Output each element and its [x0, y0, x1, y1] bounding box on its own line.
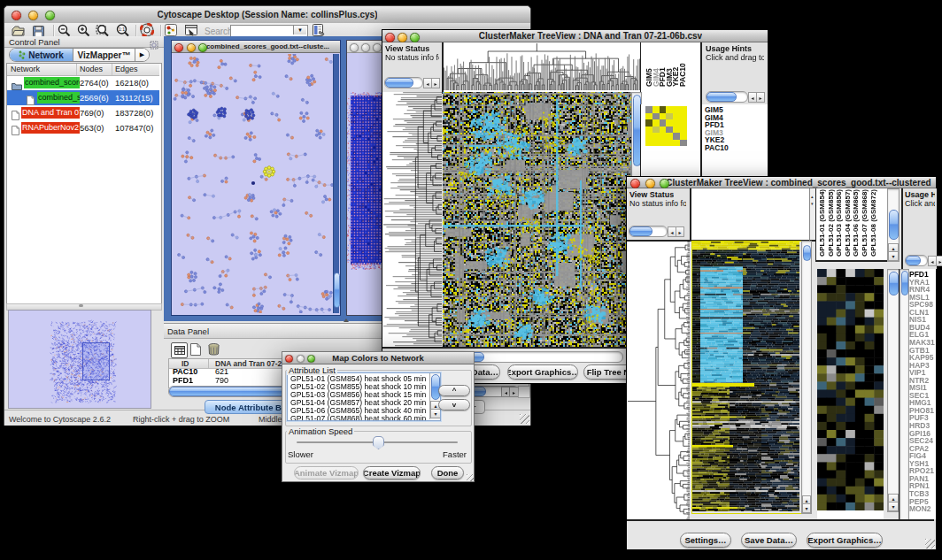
- scrollbar-treeview2-zoom-scroll[interactable]: [887, 269, 900, 512]
- treeview2-hints-slider-thumb[interactable]: [906, 256, 921, 265]
- corr-cell: [645, 140, 652, 147]
- treeview1-zoom-slider-right-arrow-icon[interactable]: ▸: [431, 78, 440, 88]
- attribute-list-item[interactable]: GPL51-04 (GSM857) heat shock 20 min: [290, 399, 426, 407]
- treeview2-zoom-slider-right-arrow-icon[interactable]: ▸: [676, 226, 684, 237]
- new-attribute-icon[interactable]: [188, 342, 203, 357]
- scrollbar-treeview2-vscroll[interactable]: [801, 241, 812, 514]
- treeview1-button-2[interactable]: Export Graphics…: [507, 364, 578, 380]
- move-down-button[interactable]: v: [438, 399, 470, 410]
- network-window-1: combined_scores_good.txt--cluste...: [171, 40, 341, 316]
- treeview2-view-status-panel: View StatusNo status info for this view◂…: [627, 188, 691, 242]
- minimize-button-icon[interactable]: [398, 33, 407, 42]
- main-resize-grip[interactable]: [520, 414, 529, 424]
- corr-cell: [652, 119, 660, 127]
- minimize-button-icon[interactable]: [28, 11, 38, 20]
- zoom-button-icon[interactable]: [45, 11, 55, 20]
- treeview1-hints-slider-right-arrow-icon[interactable]: ▸: [756, 92, 765, 103]
- close-button-icon[interactable]: [174, 43, 183, 52]
- birdseye-view[interactable]: [8, 310, 151, 409]
- column-header-network[interactable]: Network: [11, 65, 40, 73]
- tab-overflow-arrow[interactable]: ▶: [135, 49, 149, 61]
- attribute-editor-icon[interactable]: [313, 24, 325, 36]
- close-button-icon[interactable]: [350, 43, 359, 52]
- treeview2-zoom-slider-thumb[interactable]: [629, 226, 652, 236]
- attribute-list-item[interactable]: GPL51-03 (GSM856) heat shock 15 min: [290, 391, 426, 399]
- treeview2-zoom-heatmap-canvas: [817, 269, 884, 510]
- corr-cell: [673, 140, 680, 147]
- birdseye-viewport[interactable]: [82, 342, 110, 380]
- column-header-nodes[interactable]: Nodes: [80, 65, 103, 73]
- close-button-icon[interactable]: [12, 11, 21, 20]
- corr-cell: [652, 106, 660, 113]
- network-row[interactable]: combined_scores2764(0)16218(0): [7, 75, 159, 90]
- panel-collapse-arrow-icon[interactable]: [344, 318, 349, 322]
- svg-text:1:1: 1:1: [119, 27, 125, 32]
- slower-label: Slower: [288, 449, 313, 459]
- attribute-list[interactable]: GPL51-01 (GSM854) heat shock 05 minGPL51…: [287, 372, 441, 421]
- minimize-button-icon[interactable]: [297, 355, 305, 363]
- close-button-icon[interactable]: [385, 33, 395, 42]
- move-up-button[interactable]: ^: [438, 385, 470, 396]
- help-lifebuoy-icon[interactable]: [140, 23, 154, 37]
- zoom-button-icon[interactable]: [198, 43, 207, 52]
- splitter-handle-icon[interactable]: [79, 304, 83, 307]
- network-row[interactable]: combined_sco2569(6)13112(15): [7, 90, 159, 105]
- treeview2-resize-grip[interactable]: [925, 539, 935, 548]
- tab-vizmapper[interactable]: VizMapper™: [73, 49, 135, 61]
- treeview1-zoom-slider-thumb[interactable]: [385, 78, 413, 88]
- scroll-corner: [518, 386, 530, 398]
- zoom-out-icon[interactable]: [58, 24, 71, 37]
- attribute-select-icon[interactable]: [171, 342, 188, 358]
- treeview2-vscroll-down-arrow-icon[interactable]: ▾: [802, 503, 811, 513]
- attribute-list-item[interactable]: GPL51-07 (GSM868) heat shock 60 min: [290, 415, 426, 421]
- zoom-fit-icon[interactable]: [96, 24, 110, 37]
- search-dropdown-icon[interactable]: ▼: [293, 26, 306, 35]
- treeview2-button-0[interactable]: Settings…: [680, 533, 731, 548]
- tree-scroll-up-icon[interactable]: ▴: [811, 194, 814, 199]
- scrollbar-treeview2-gene-scroll[interactable]: [900, 269, 909, 521]
- zoom-button-icon[interactable]: [660, 179, 669, 188]
- treeview2-button-1[interactable]: Save Data…: [741, 533, 797, 548]
- zoom-actual-icon[interactable]: 1:1: [116, 24, 129, 37]
- column-header-edges[interactable]: Edges: [115, 65, 138, 73]
- open-folder-icon[interactable]: [12, 25, 25, 36]
- treeview2-label-scroll-thumb[interactable]: [889, 210, 899, 240]
- treeview2-vscroll-thumb[interactable]: [803, 245, 811, 261]
- minimize-button-icon[interactable]: [187, 43, 196, 52]
- attribute-list-item[interactable]: GPL51-02 (GSM855) heat shock 10 min: [290, 383, 426, 391]
- array-label: PAC10: [678, 63, 687, 87]
- network-row[interactable]: RNAPuberNov2+!563(0)107847(0): [7, 120, 159, 135]
- vizmap-node-icon[interactable]: [165, 24, 177, 36]
- zoom-button-icon[interactable]: [410, 33, 420, 42]
- treeview2-hints-slider-right-arrow-icon[interactable]: ▸: [936, 256, 942, 266]
- attribute-list-item[interactable]: GPL51-06 (GSM865) heat shock 40 min: [290, 407, 426, 415]
- treeview2-zoom-scroll-thumb[interactable]: [889, 272, 899, 295]
- attribute-scroll-down-icon[interactable]: ▾: [430, 409, 441, 418]
- tree-scroll-down-icon[interactable]: ▾: [811, 201, 814, 206]
- minimize-button-icon[interactable]: [361, 43, 370, 52]
- treeview2-gene-scroll-thumb[interactable]: [901, 271, 908, 295]
- close-button-icon[interactable]: [285, 355, 293, 363]
- save-icon[interactable]: [33, 25, 44, 36]
- treeview1-hints-slider-thumb[interactable]: [706, 92, 737, 102]
- minimize-button-icon[interactable]: [645, 179, 655, 188]
- treeview2-zoom-scroll-down-arrow-icon[interactable]: ▾: [888, 502, 899, 511]
- animate-vizmap-button[interactable]: Animate Vizmap: [294, 466, 359, 479]
- treeview2-label-scroll-down-arrow-icon[interactable]: ▾: [888, 251, 899, 261]
- network-1-scroll-thumb[interactable]: [334, 272, 340, 308]
- dialog-resize-grip[interactable]: [467, 474, 474, 481]
- zoom-in-icon[interactable]: [77, 24, 90, 37]
- tab-network[interactable]: Network: [10, 49, 73, 61]
- treeview2-button-2[interactable]: Export Graphics…: [807, 533, 883, 548]
- create-vizmap-button[interactable]: Create Vizmap: [363, 466, 421, 479]
- zoom-button-icon[interactable]: [307, 355, 315, 363]
- tab-vizmapper-label: VizMapper™: [78, 50, 131, 60]
- network-row[interactable]: DNA and Tran 07769(0)183728(0): [7, 105, 159, 120]
- float-panel-icon[interactable]: [150, 37, 159, 46]
- annotation-icon[interactable]: [185, 24, 198, 36]
- done-button[interactable]: Done: [431, 466, 464, 479]
- attribute-list-item[interactable]: GPL51-01 (GSM854) heat shock 05 min: [290, 375, 426, 383]
- close-button-icon[interactable]: [630, 179, 640, 188]
- delete-attribute-icon[interactable]: [206, 342, 221, 357]
- zoom-button-icon[interactable]: [373, 43, 382, 52]
